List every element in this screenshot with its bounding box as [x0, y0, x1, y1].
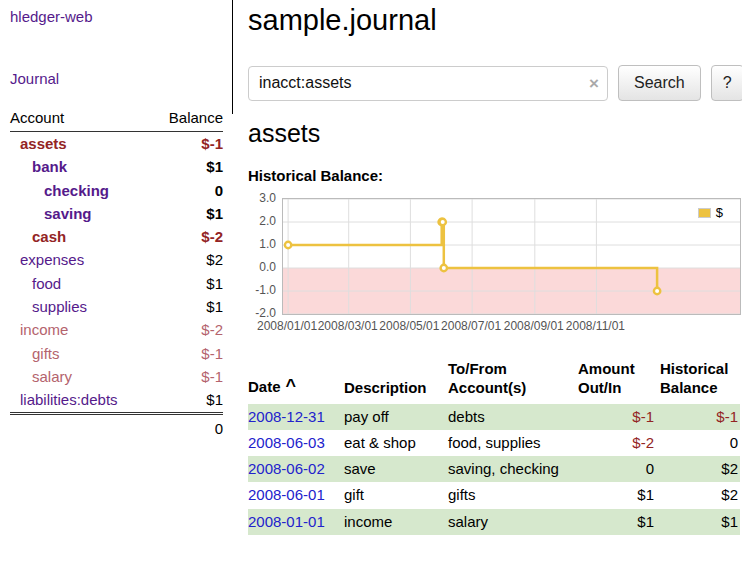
chart-point — [285, 242, 291, 248]
account-link[interactable]: bank — [32, 158, 67, 175]
page-title: sample.journal — [248, 4, 742, 37]
transaction-amount: $1 — [578, 509, 660, 535]
register-header-date-label: Date — [248, 378, 281, 395]
register-row: 2008-06-02savesaving, checking0$2 — [248, 456, 740, 482]
transaction-balance: $2 — [660, 456, 740, 482]
search-input[interactable] — [248, 66, 608, 101]
register-row: 2008-06-01giftgifts$1$2 — [248, 482, 740, 508]
search-box: × — [248, 66, 608, 101]
app-title-link[interactable]: hledger-web — [10, 8, 223, 25]
x-axis-tick-label: 2008/11/01 — [563, 319, 627, 333]
account-link[interactable]: assets — [20, 135, 67, 152]
account-link[interactable]: expenses — [20, 251, 84, 268]
y-axis-tick-label: -1.0 — [248, 283, 276, 297]
y-axis-tick-label: -2.0 — [248, 306, 276, 320]
account-link[interactable]: cash — [32, 228, 66, 245]
account-balance: 0 — [152, 179, 223, 202]
accounts-header-balance: Balance — [152, 109, 223, 132]
chart-plot-area[interactable] — [282, 198, 741, 315]
transaction-description: income — [344, 509, 448, 535]
search-bar: × Search ? — [248, 65, 742, 101]
account-link[interactable]: food — [32, 275, 61, 292]
register-table: Date^ Description To/FromAccount(s) Amou… — [248, 360, 740, 535]
account-row: food$1 — [10, 272, 223, 295]
transaction-accounts: saving, checking — [448, 459, 566, 479]
register-header-accounts: To/FromAccount(s) — [448, 360, 578, 404]
chart-point — [654, 288, 660, 294]
account-row: supplies$1 — [10, 295, 223, 318]
accounts-total-balance: 0 — [152, 413, 223, 440]
account-link[interactable]: checking — [44, 182, 109, 199]
account-balance: $1 — [152, 202, 223, 225]
x-axis-tick-label: 2008/07/01 — [439, 319, 503, 333]
account-row: saving$1 — [10, 202, 223, 225]
account-row: checking0 — [10, 179, 223, 202]
register-header-row: Date^ Description To/FromAccount(s) Amou… — [248, 360, 740, 404]
account-heading: assets — [248, 119, 742, 148]
register-header-amount: AmountOut/In — [578, 360, 660, 404]
register-header-date[interactable]: Date^ — [248, 360, 344, 404]
y-axis-tick-label: 2.0 — [248, 214, 276, 228]
transaction-amount: 0 — [578, 456, 660, 482]
main-content: sample.journal × Search ? assets Histori… — [233, 0, 742, 535]
transaction-date-link[interactable]: 2008-12-31 — [248, 408, 325, 425]
sidebar-divider — [232, 0, 233, 114]
account-link[interactable]: salary — [32, 368, 72, 385]
account-row: bank$1 — [10, 155, 223, 178]
account-link[interactable]: liabilities:debts — [20, 391, 118, 408]
account-link[interactable]: supplies — [32, 298, 87, 315]
y-axis-tick-label: 1.0 — [248, 237, 276, 251]
account-link[interactable]: income — [20, 321, 68, 338]
account-row: assets$-1 — [10, 132, 223, 156]
account-balance: $1 — [152, 155, 223, 178]
register-header-description: Description — [344, 360, 448, 404]
x-axis-tick-label: 2008/05/01 — [377, 319, 441, 333]
transaction-date-link[interactable]: 2008-06-03 — [248, 434, 325, 451]
account-link[interactable]: gifts — [32, 345, 60, 362]
account-link[interactable]: saving — [44, 205, 92, 222]
help-button[interactable]: ? — [711, 65, 742, 101]
account-balance: $-1 — [152, 365, 223, 388]
account-balance: $-1 — [152, 132, 223, 156]
account-balance: $1 — [152, 272, 223, 295]
sidebar: hledger-web Journal Account Balance asse… — [0, 0, 233, 535]
transaction-accounts: gifts — [448, 485, 566, 505]
accounts-header-row: Account Balance — [10, 109, 223, 132]
account-row: liabilities:debts$1 — [10, 388, 223, 413]
transaction-description: eat & shop — [344, 430, 448, 456]
transaction-accounts: debts — [448, 407, 566, 427]
transaction-balance: $2 — [660, 482, 740, 508]
account-row: cash$-2 — [10, 225, 223, 248]
transaction-balance: $-1 — [660, 404, 740, 430]
chart-point — [440, 219, 446, 225]
account-balance: $2 — [152, 248, 223, 271]
chart-legend: $ — [696, 204, 725, 221]
register-header-balance: HistoricalBalance — [660, 360, 740, 404]
account-row: salary$-1 — [10, 365, 223, 388]
legend-swatch-icon — [698, 208, 711, 218]
sidebar-item-journal[interactable]: Journal — [10, 70, 223, 87]
search-button[interactable]: Search — [618, 65, 701, 101]
transaction-date-link[interactable]: 2008-01-01 — [248, 513, 325, 530]
register-row: 2008-01-01incomesalary$1$1 — [248, 509, 740, 535]
transaction-accounts: food, supplies — [448, 433, 566, 453]
account-row: income$-2 — [10, 318, 223, 341]
chart-point — [441, 265, 447, 271]
register-row: 2008-06-03eat & shopfood, supplies$-20 — [248, 430, 740, 456]
x-axis-tick-label: 2008/09/01 — [502, 319, 566, 333]
chart-title: Historical Balance: — [248, 167, 742, 184]
y-axis-tick-label: 3.0 — [248, 191, 276, 205]
transaction-date-link[interactable]: 2008-06-01 — [248, 486, 325, 503]
transaction-accounts: salary — [448, 512, 566, 532]
legend-label: $ — [716, 205, 723, 220]
transaction-description: gift — [344, 482, 448, 508]
historical-balance-chart: 3.02.01.00.0-1.0-2.0 2008/01/012008/03/0… — [248, 196, 742, 338]
transaction-balance: $1 — [660, 509, 740, 535]
y-axis-tick-label: 0.0 — [248, 260, 276, 274]
transaction-date-link[interactable]: 2008-06-02 — [248, 460, 325, 477]
account-row: gifts$-1 — [10, 342, 223, 365]
account-balance: $-1 — [152, 342, 223, 365]
sort-ascending-icon: ^ — [286, 376, 297, 396]
x-axis-tick-label: 2008/03/01 — [316, 319, 380, 333]
clear-search-icon[interactable]: × — [589, 74, 599, 94]
